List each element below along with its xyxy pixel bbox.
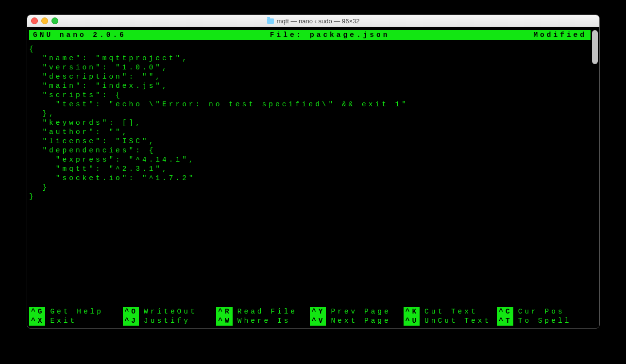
shortcut-item[interactable]: ^UUnCut Text	[404, 316, 497, 326]
shortcut-row-2: ^XExit^JJustify^WWhere Is^VNext Page^UUn…	[29, 316, 591, 326]
minimize-icon[interactable]	[41, 17, 48, 24]
shortcut-key: ^O	[123, 307, 139, 316]
window-title: mqtt — nano ‹ sudo — 96×32	[267, 17, 360, 25]
shortcut-key: ^U	[404, 316, 420, 326]
shortcut-item[interactable]: ^OWriteOut	[123, 307, 217, 316]
shortcut-key: ^V	[310, 316, 326, 326]
nano-header-bar: GNU nano 2.0.6 File: package.json Modifi…	[29, 30, 591, 40]
shortcut-item[interactable]: ^JJustify	[123, 316, 217, 326]
shortcut-label: Get Help	[50, 307, 103, 316]
shortcut-label: Prev Page	[331, 307, 390, 316]
shortcut-item[interactable]: ^GGet Help	[29, 307, 123, 316]
window-title-text: mqtt — nano ‹ sudo — 96×32	[277, 17, 360, 25]
window-titlebar[interactable]: mqtt — nano ‹ sudo — 96×32	[27, 15, 599, 27]
folder-icon	[267, 18, 274, 24]
close-icon[interactable]	[31, 17, 38, 24]
shortcut-key: ^Y	[310, 307, 326, 316]
shortcut-label: Cut Text	[424, 307, 478, 316]
shortcut-label: Justify	[144, 316, 190, 326]
terminal-area[interactable]: GNU nano 2.0.6 File: package.json Modifi…	[27, 27, 599, 329]
scrollbar[interactable]	[592, 30, 598, 326]
shortcut-item[interactable]: ^RRead File	[216, 307, 310, 316]
shortcut-label: Where Is	[237, 316, 291, 326]
shortcut-item[interactable]: ^YPrev Page	[310, 307, 404, 316]
traffic-lights	[31, 17, 58, 24]
shortcut-item[interactable]: ^KCut Text	[404, 307, 497, 316]
shortcut-label: Cur Pos	[518, 307, 565, 316]
scrollbar-thumb[interactable]	[592, 30, 598, 64]
shortcut-key: ^X	[29, 316, 45, 326]
shortcut-label: UnCut Text	[424, 316, 491, 326]
shortcut-key: ^J	[123, 316, 139, 326]
shortcut-label: Read File	[237, 307, 297, 316]
shortcut-key: ^T	[497, 316, 513, 326]
shortcut-row-1: ^GGet Help^OWriteOut^RRead File^YPrev Pa…	[29, 307, 591, 316]
shortcut-label: To Spell	[518, 316, 572, 326]
nano-shortcut-bar: ^GGet Help^OWriteOut^RRead File^YPrev Pa…	[29, 307, 591, 326]
nano-file-label: File: package.json	[126, 30, 534, 40]
shortcut-item[interactable]: ^WWhere Is	[216, 316, 310, 326]
shortcut-label: Exit	[50, 316, 77, 326]
shortcut-item[interactable]: ^VNext Page	[310, 316, 404, 326]
shortcut-key: ^K	[404, 307, 420, 316]
shortcut-item[interactable]: ^CCur Pos	[497, 307, 591, 316]
nano-status: Modified	[533, 30, 587, 40]
shortcut-key: ^R	[216, 307, 232, 316]
shortcut-label: WriteOut	[144, 307, 197, 316]
zoom-icon[interactable]	[51, 17, 58, 24]
shortcut-key: ^W	[216, 316, 232, 326]
shortcut-key: ^C	[497, 307, 513, 316]
shortcut-item[interactable]: ^TTo Spell	[497, 316, 591, 326]
shortcut-item[interactable]: ^XExit	[29, 316, 123, 326]
editor-content[interactable]: { "name": "mqttproject", "version": "1.0…	[29, 45, 591, 201]
nano-app-name: GNU nano 2.0.6	[33, 30, 126, 40]
shortcut-key: ^G	[29, 307, 45, 316]
terminal-window: mqtt — nano ‹ sudo — 96×32 GNU nano 2.0.…	[27, 15, 600, 329]
shortcut-label: Next Page	[331, 316, 390, 326]
